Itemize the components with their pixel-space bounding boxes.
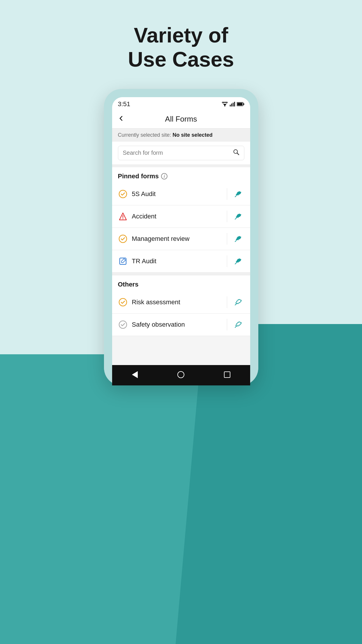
phone-frame: 3:51 bbox=[104, 89, 258, 385]
form-item-safety-observation[interactable]: Safety observation bbox=[112, 314, 250, 336]
pin-filled-icon[interactable] bbox=[234, 190, 242, 198]
site-value: No site selected bbox=[173, 132, 213, 138]
form-name-5s-audit: 5S Audit bbox=[132, 190, 156, 198]
header-title: All Forms bbox=[165, 115, 197, 124]
page-title-line1: Variety of bbox=[128, 23, 234, 47]
svg-rect-7 bbox=[243, 103, 244, 105]
pin-outline-icon-2[interactable] bbox=[234, 321, 242, 328]
svg-rect-3 bbox=[231, 104, 232, 106]
site-label: Currently selected site: bbox=[118, 132, 171, 138]
form-name-tr-audit: TR Audit bbox=[132, 257, 156, 265]
svg-point-23 bbox=[119, 321, 127, 328]
info-icon[interactable]: i bbox=[161, 173, 167, 179]
form-item-5s-audit[interactable]: 5S Audit bbox=[112, 183, 250, 205]
form-item-tr-audit[interactable]: TR Audit bbox=[112, 250, 250, 273]
svg-point-15 bbox=[122, 218, 123, 219]
check-yellow-icon bbox=[119, 190, 127, 198]
svg-rect-5 bbox=[234, 102, 235, 106]
svg-point-11 bbox=[119, 190, 127, 198]
nav-home-circle bbox=[177, 371, 184, 378]
nav-home-button[interactable] bbox=[177, 371, 184, 378]
svg-line-22 bbox=[235, 304, 236, 305]
page-title-area: Variety of Use Cases bbox=[128, 23, 234, 72]
svg-line-24 bbox=[235, 326, 236, 327]
status-time: 3:51 bbox=[118, 100, 130, 108]
pinned-forms-list: 5S Audit bbox=[112, 183, 250, 273]
form-pin-accident[interactable] bbox=[227, 211, 244, 222]
pin-filled-icon-2[interactable] bbox=[234, 213, 242, 220]
form-name-accident: Accident bbox=[132, 213, 156, 220]
check-yellow-icon-2 bbox=[119, 234, 127, 243]
others-section-title: Others bbox=[118, 281, 139, 288]
check-gray-icon bbox=[119, 320, 127, 329]
svg-line-12 bbox=[235, 195, 236, 197]
status-bar: 3:51 bbox=[112, 97, 250, 110]
check-yellow-icon-3 bbox=[119, 298, 127, 307]
nav-recents-square bbox=[224, 371, 230, 378]
app-header: All Forms bbox=[112, 110, 250, 129]
pin-filled-icon-4[interactable] bbox=[234, 257, 242, 265]
edit-blue-icon bbox=[119, 257, 127, 266]
form-name-risk-assessment: Risk assessment bbox=[132, 298, 180, 306]
pin-filled-icon-3[interactable] bbox=[234, 235, 242, 243]
svg-point-21 bbox=[119, 298, 127, 306]
svg-rect-4 bbox=[233, 103, 234, 106]
wifi-icon bbox=[222, 102, 228, 106]
battery-icon bbox=[237, 102, 244, 106]
form-icon-5s-audit bbox=[118, 189, 128, 199]
form-item-management-review[interactable]: Management review bbox=[112, 228, 250, 250]
svg-point-1 bbox=[224, 105, 225, 106]
nav-back-button[interactable] bbox=[132, 371, 138, 378]
form-pin-management-review[interactable] bbox=[227, 233, 244, 245]
pin-outline-icon[interactable] bbox=[234, 298, 242, 306]
divider-2 bbox=[112, 273, 250, 275]
form-pin-tr-audit[interactable] bbox=[227, 255, 244, 267]
phone-screen: 3:51 bbox=[112, 97, 250, 385]
form-pin-5s-audit[interactable] bbox=[227, 188, 244, 200]
android-nav-bar bbox=[112, 365, 250, 385]
svg-rect-2 bbox=[230, 105, 231, 106]
nav-back-triangle bbox=[132, 371, 138, 378]
nav-recents-button[interactable] bbox=[224, 371, 230, 378]
form-icon-risk-assessment bbox=[118, 297, 128, 307]
svg-line-10 bbox=[237, 153, 239, 155]
form-icon-management-review bbox=[118, 234, 128, 244]
empty-content-area bbox=[112, 336, 250, 365]
divider-1 bbox=[112, 164, 250, 167]
form-icon-safety-observation bbox=[118, 320, 128, 330]
form-pin-safety-observation[interactable] bbox=[227, 319, 244, 330]
search-container bbox=[112, 142, 250, 164]
site-bar: Currently selected site: No site selecte… bbox=[112, 129, 250, 142]
search-input[interactable] bbox=[123, 150, 233, 156]
form-icon-tr-audit bbox=[118, 256, 128, 266]
svg-line-20 bbox=[235, 263, 236, 264]
pinned-section-header: Pinned forms i bbox=[112, 167, 250, 183]
svg-line-18 bbox=[235, 240, 236, 241]
form-icon-accident bbox=[118, 211, 128, 221]
others-section: Others Risk assessment bbox=[112, 275, 250, 336]
search-icon[interactable] bbox=[233, 149, 239, 157]
page-title-line2: Use Cases bbox=[128, 47, 234, 72]
form-item-risk-assessment[interactable]: Risk assessment bbox=[112, 291, 250, 314]
svg-point-17 bbox=[119, 235, 127, 243]
form-item-accident[interactable]: Accident bbox=[112, 205, 250, 228]
svg-rect-19 bbox=[120, 258, 126, 264]
signal-icon bbox=[230, 102, 235, 106]
form-name-management-review: Management review bbox=[132, 235, 190, 243]
form-pin-risk-assessment[interactable] bbox=[227, 296, 244, 308]
svg-rect-8 bbox=[237, 103, 242, 105]
status-icons bbox=[222, 102, 244, 106]
others-section-header: Others bbox=[112, 275, 250, 291]
svg-line-16 bbox=[235, 218, 236, 219]
warning-red-icon bbox=[119, 212, 127, 221]
back-button[interactable] bbox=[118, 115, 124, 124]
pinned-section-title: Pinned forms bbox=[118, 172, 159, 180]
form-name-safety-observation: Safety observation bbox=[132, 321, 185, 328]
search-input-wrapper[interactable] bbox=[118, 146, 244, 160]
